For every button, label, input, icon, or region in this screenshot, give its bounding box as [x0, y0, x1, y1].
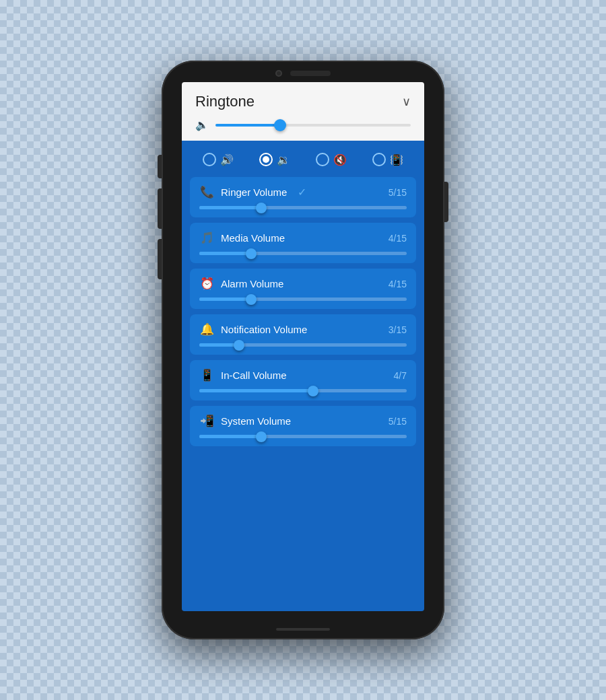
alarm-label: Alarm Volume: [221, 278, 283, 289]
system-value: 5/15: [389, 416, 407, 427]
incall-header: 📱 In-Call Volume 4/7: [199, 368, 407, 382]
alarm-icon: ⏰: [199, 277, 214, 291]
notification-volume-card: 🔔 Notification Volume 3/15: [190, 314, 416, 355]
ringer-label: Ringer Volume: [221, 186, 287, 198]
media-volume-card: 🎵 Media Volume 4/15: [190, 223, 416, 263]
system-volume-card: 📲 System Volume 5/15: [190, 406, 416, 446]
camera-button[interactable]: [158, 239, 162, 279]
mode-sound[interactable]: 🔊: [203, 153, 234, 166]
media-value: 4/15: [389, 233, 407, 244]
ringtone-title-row: Ringtone ∨: [195, 93, 411, 110]
incall-value: 4/7: [394, 370, 407, 381]
mode-sound-circle: [203, 153, 216, 166]
system-slider[interactable]: [199, 435, 407, 438]
alarm-left: ⏰ Alarm Volume: [199, 277, 283, 291]
power-button[interactable]: [444, 182, 448, 222]
notification-slider-thumb[interactable]: [234, 340, 244, 351]
media-slider-fill: [199, 252, 251, 255]
media-label: Media Volume: [221, 232, 285, 244]
mode-mute-circle: [316, 153, 329, 166]
ringer-value: 5/15: [389, 187, 407, 198]
system-label: System Volume: [221, 415, 291, 427]
incall-slider[interactable]: [199, 389, 407, 392]
notification-label: Notification Volume: [221, 324, 307, 335]
ringtone-slider-fill: [215, 124, 280, 127]
ringtone-slider-thumb[interactable]: [274, 119, 286, 131]
chevron-down-icon[interactable]: ∨: [402, 94, 411, 109]
media-slider-thumb[interactable]: [246, 248, 257, 259]
incall-volume-card: 📱 In-Call Volume 4/7: [190, 360, 416, 400]
mode-sound-active-circle: [259, 153, 273, 166]
system-icon: 📲: [199, 414, 214, 428]
alarm-slider-fill: [199, 298, 251, 301]
volume-down-button[interactable]: [158, 188, 162, 229]
phone-screen: Ringtone ∨ 🔈 🔊: [182, 82, 424, 611]
alarm-slider-thumb[interactable]: [246, 294, 257, 305]
system-left: 📲 System Volume: [199, 414, 291, 428]
system-slider-thumb[interactable]: [256, 431, 267, 442]
notification-header: 🔔 Notification Volume 3/15: [199, 322, 407, 337]
mode-vibrate-icon: 📳: [390, 153, 403, 166]
notification-icon: 🔔: [199, 322, 214, 337]
media-header: 🎵 Media Volume 4/15: [199, 231, 407, 245]
home-indicator[interactable]: [276, 628, 330, 631]
alarm-slider[interactable]: [199, 298, 407, 301]
notification-slider[interactable]: [199, 343, 407, 347]
media-icon: 🎵: [199, 231, 214, 245]
alarm-value: 4/15: [389, 279, 407, 289]
notification-left: 🔔 Notification Volume: [199, 322, 307, 337]
mode-mute-icon: 🔇: [333, 153, 347, 166]
mode-sound-active[interactable]: 🔉: [259, 153, 290, 166]
ringer-icon: 📞: [199, 185, 214, 199]
system-header: 📲 System Volume 5/15: [199, 414, 407, 428]
alarm-header: ⏰ Alarm Volume 4/15: [199, 277, 407, 291]
mode-vibrate[interactable]: 📳: [372, 153, 403, 166]
ringer-left: 📞 Ringer Volume ✓: [199, 185, 306, 199]
ringer-volume-card: 📞 Ringer Volume ✓ 5/15: [190, 177, 416, 217]
volume-up-button[interactable]: [158, 155, 162, 178]
front-camera: [275, 70, 282, 77]
mode-sound-low-icon: 🔉: [277, 153, 290, 166]
notification-value: 3/15: [389, 324, 407, 335]
ringtone-section: Ringtone ∨ 🔈: [182, 82, 424, 141]
volume-low-icon: 🔈: [195, 118, 209, 131]
ringer-check-icon: ✓: [298, 186, 306, 199]
phone-device: Ringtone ∨ 🔈 🔊: [162, 61, 444, 639]
incall-slider-fill: [199, 389, 313, 392]
incall-label: In-Call Volume: [221, 370, 287, 381]
earpiece-speaker: [290, 71, 331, 76]
system-slider-fill: [199, 435, 261, 438]
mode-selector: 🔊 🔉 🔇 📳: [190, 147, 416, 172]
incall-slider-thumb[interactable]: [308, 386, 318, 396]
alarm-volume-card: ⏰ Alarm Volume 4/15: [190, 269, 416, 309]
ringer-slider-thumb[interactable]: [256, 203, 267, 213]
ringer-header: 📞 Ringer Volume ✓ 5/15: [199, 185, 407, 199]
ringer-slider[interactable]: [199, 206, 407, 209]
ringtone-label: Ringtone: [195, 93, 255, 110]
phone-top-bar: [162, 61, 444, 77]
incall-left: 📱 In-Call Volume: [199, 368, 287, 382]
media-slider[interactable]: [199, 252, 407, 255]
mode-sound-icon: 🔊: [220, 153, 234, 166]
phone-bottom-bar: [276, 619, 330, 639]
mode-mute[interactable]: 🔇: [316, 153, 347, 166]
ringtone-slider-row: 🔈: [195, 118, 411, 131]
mode-vibrate-circle: [372, 153, 386, 166]
ringtone-slider[interactable]: [215, 124, 411, 127]
incall-icon: 📱: [199, 368, 214, 382]
ringer-slider-fill: [199, 206, 261, 209]
media-left: 🎵 Media Volume: [199, 231, 285, 245]
main-content: 🔊 🔉 🔇 📳: [182, 141, 424, 611]
